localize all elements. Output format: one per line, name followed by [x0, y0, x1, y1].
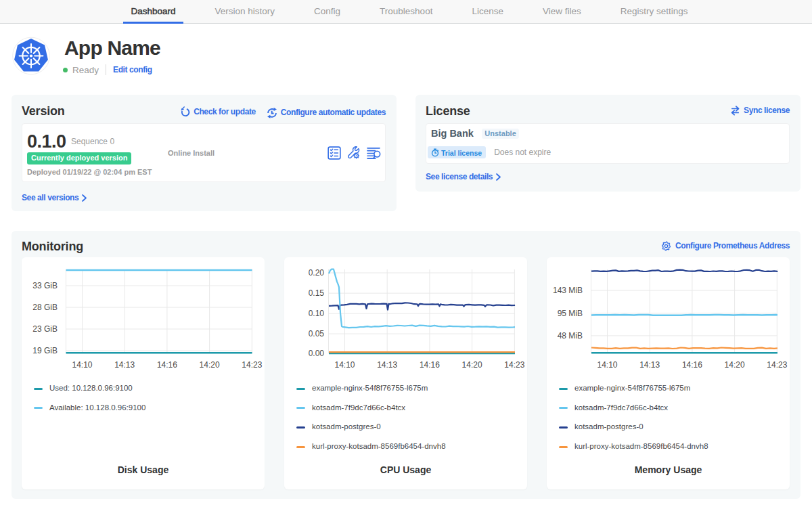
svg-text:14:16: 14:16: [157, 360, 177, 370]
svg-text:0.05: 0.05: [309, 329, 325, 338]
svg-text:14:13: 14:13: [639, 360, 660, 370]
svg-text:23 GiB: 23 GiB: [32, 324, 58, 334]
svg-text:14:10: 14:10: [72, 360, 92, 370]
svg-text:14:13: 14:13: [377, 360, 397, 370]
svg-text:14:23: 14:23: [504, 360, 524, 370]
svg-text:14:23: 14:23: [767, 360, 787, 370]
svg-text:14:10: 14:10: [334, 360, 355, 370]
svg-text:48 MiB: 48 MiB: [558, 331, 583, 341]
svg-text:14:20: 14:20: [200, 360, 220, 370]
svg-text:14:10: 14:10: [597, 360, 617, 370]
svg-text:95 MiB: 95 MiB: [558, 309, 583, 318]
svg-text:14:16: 14:16: [420, 360, 440, 370]
svg-text:14:23: 14:23: [242, 360, 262, 370]
svg-text:33 GiB: 33 GiB: [32, 281, 58, 290]
svg-text:14:20: 14:20: [462, 360, 482, 370]
svg-text:0.20: 0.20: [309, 268, 325, 278]
svg-text:14:20: 14:20: [725, 360, 745, 370]
svg-text:14:16: 14:16: [682, 360, 702, 370]
svg-text:143 MiB: 143 MiB: [553, 286, 583, 295]
svg-text:0.00: 0.00: [309, 349, 325, 358]
svg-text:0.10: 0.10: [309, 309, 325, 318]
svg-text:0.15: 0.15: [309, 288, 325, 298]
svg-text:14:13: 14:13: [114, 360, 135, 370]
svg-text:28 GiB: 28 GiB: [32, 303, 58, 312]
svg-text:19 GiB: 19 GiB: [32, 346, 58, 355]
